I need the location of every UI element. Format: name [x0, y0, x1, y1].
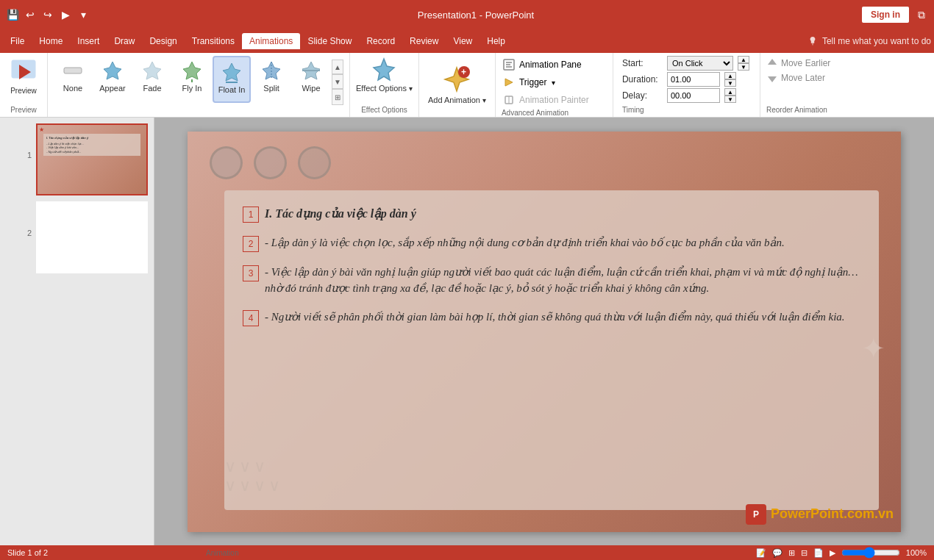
menu-help[interactable]: Help [480, 33, 513, 49]
reorder-label: Reorder Animation [766, 106, 830, 114]
duration-input[interactable] [667, 72, 720, 87]
start-label: Start: [622, 58, 663, 68]
search-area: Tell me what you want to do [808, 36, 931, 46]
animation-none[interactable]: None [54, 56, 92, 103]
animation-scroll: ▲ ▼ ⊞ [332, 59, 343, 106]
split-label: Split [263, 84, 279, 93]
zoom-level: 100% [906, 548, 927, 557]
animation-fade[interactable]: Fade [133, 56, 171, 103]
svg-marker-21 [505, 79, 513, 86]
start-up[interactable]: ▲ [738, 56, 749, 63]
delay-up[interactable]: ▲ [724, 88, 736, 96]
duration-down[interactable]: ▼ [724, 79, 736, 87]
item-num-1: 1 [243, 207, 259, 223]
preview-button[interactable]: Preview [6, 56, 41, 97]
view-normal[interactable]: ⊞ [788, 548, 795, 558]
zoom-slider[interactable] [841, 548, 900, 557]
start-down[interactable]: ▼ [738, 63, 749, 71]
appear-icon [101, 59, 124, 82]
menu-file[interactable]: File [3, 33, 32, 49]
menu-slideshow[interactable]: Slide Show [300, 33, 359, 49]
move-later-label: Move Later [781, 73, 825, 83]
advanced-animation-section: Animation Pane Trigger ▾ Animation Paint… [496, 53, 613, 117]
slide-thumbnail-1[interactable]: I. Tác dụng của việc lập dàn ý - Lập dàn… [36, 123, 148, 195]
slide-thumb-2[interactable]: 2 [21, 201, 148, 273]
notes-btn[interactable]: 📝 [756, 548, 766, 558]
svg-marker-5 [183, 62, 201, 79]
effect-options-section: Effect Options ▾ Effect Options [350, 53, 419, 117]
animation-painter-label: Animation Painter [519, 95, 589, 105]
item-text-4: - Người viết sẽ phân phối thời gian làm … [265, 309, 845, 326]
delay-spinner: ▲ ▼ [724, 88, 736, 103]
start-select[interactable]: On Click With Previous After Previous [667, 56, 733, 71]
move-later-icon [766, 72, 778, 84]
menu-transitions[interactable]: Transitions [185, 33, 242, 49]
save-icon[interactable]: 💾 [6, 8, 19, 21]
move-later-btn[interactable]: Move Later [766, 71, 830, 85]
item-num-3: 3 [243, 265, 259, 281]
svg-text:+: + [461, 67, 466, 77]
search-text[interactable]: Tell me what you want to do [822, 36, 931, 46]
slide-canvas[interactable]: ✦ ∨∨∨∨∨∨∨ 1 I. Tác dụng của việc lập dàn… [188, 132, 901, 532]
scroll-more[interactable]: ⊞ [332, 89, 343, 105]
content-item-4: 4 - Người viết sẽ phân phối thời gian là… [243, 309, 860, 326]
add-animation-label[interactable]: Add Animation ▾ [428, 96, 486, 105]
animation-pane-icon [502, 57, 516, 72]
flyin-icon [180, 59, 204, 82]
duration-up[interactable]: ▲ [724, 72, 736, 79]
menu-draw[interactable]: Draw [107, 33, 142, 49]
menu-insert[interactable]: Insert [70, 33, 107, 49]
slide-thumb-1[interactable]: 1 I. Tác dụng của việc lập dàn ý - Lập d… [21, 123, 148, 195]
scroll-up[interactable]: ▲ [332, 60, 343, 74]
comments-btn[interactable]: 💬 [772, 548, 783, 558]
reorder-section: Move Earlier Move Later Reorder Animatio… [760, 53, 836, 117]
trigger-icon [502, 75, 516, 90]
menu-record[interactable]: Record [359, 33, 402, 49]
animation-pane-btn[interactable]: Animation Pane [502, 56, 607, 73]
restore-icon[interactable]: ⧉ [915, 8, 928, 21]
none-icon [61, 59, 85, 82]
add-animation-icon: + [442, 65, 471, 94]
move-earlier-label: Move Earlier [781, 58, 830, 68]
redo-icon[interactable]: ↪ [41, 8, 54, 21]
floatin-icon [220, 60, 243, 84]
item-text-2: - Lập dàn ý là việc chọn lọc, sắp xếp nh… [265, 234, 785, 251]
menu-design[interactable]: Design [142, 33, 184, 49]
titlebar: 💾 ↩ ↪ ▶ ▾ Presentation1 - PowerPoint Sig… [0, 0, 934, 29]
animation-split[interactable]: Split [252, 56, 290, 103]
delay-input[interactable] [667, 88, 720, 103]
menu-home[interactable]: Home [32, 33, 70, 49]
animation-wipe[interactable]: Wipe [292, 56, 330, 103]
dropdown-icon[interactable]: ▾ [76, 8, 90, 21]
view-reading[interactable]: 📄 [813, 548, 824, 558]
timing-duration-row: Duration: 01.00 ▲ ▼ [622, 72, 751, 87]
delay-label: Delay: [622, 90, 663, 101]
window-title: Presentation1 - PowerPoint [90, 10, 862, 21]
menu-review[interactable]: Review [402, 33, 446, 49]
fade-label: Fade [143, 84, 161, 93]
watermark-text: PowerPoint.com.vn [771, 506, 894, 522]
undo-icon[interactable]: ↩ [24, 8, 37, 21]
signin-button[interactable]: Sign in [862, 7, 909, 23]
ribbon: Preview Preview None Appear [0, 53, 934, 118]
move-earlier-btn[interactable]: Move Earlier [766, 56, 830, 71]
menu-animations[interactable]: Animations [242, 33, 300, 49]
menu-view[interactable]: View [446, 33, 480, 49]
present-icon[interactable]: ▶ [59, 8, 72, 21]
animation-appear[interactable]: Appear [93, 56, 132, 103]
view-slide-sorter[interactable]: ⊟ [801, 548, 808, 558]
item-text-1: I. Tác dụng của việc lập dàn ý [265, 205, 416, 223]
delay-down[interactable]: ▼ [724, 96, 736, 103]
animations-section: None Appear Fade [48, 53, 350, 117]
slide-thumbnail-2[interactable] [36, 201, 148, 273]
effect-options-label[interactable]: Effect Options ▾ [356, 84, 413, 93]
view-slideshow[interactable]: ▶ [830, 548, 835, 558]
animation-floatin[interactable]: Float In [213, 56, 251, 103]
trigger-btn[interactable]: Trigger ▾ [502, 73, 607, 91]
animation-painter-btn[interactable]: Animation Painter [502, 91, 607, 109]
circle-3 [298, 146, 331, 179]
animation-flyin[interactable]: Fly In [173, 56, 211, 103]
duration-spinner: ▲ ▼ [724, 72, 736, 87]
scroll-down[interactable]: ▼ [332, 74, 343, 89]
canvas-area: ✦ ∨∨∨∨∨∨∨ 1 I. Tác dụng của việc lập dàn… [154, 118, 934, 545]
